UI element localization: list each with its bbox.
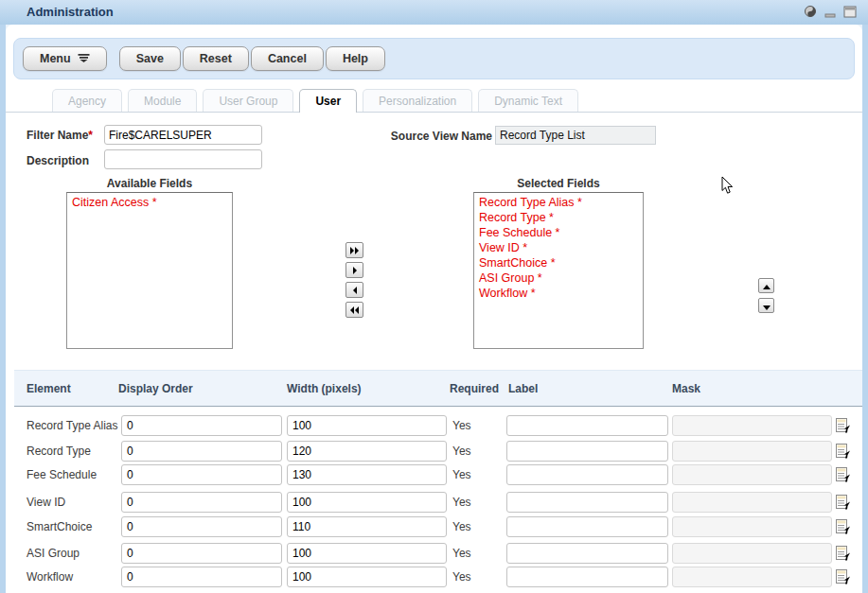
- width-input[interactable]: [287, 464, 447, 485]
- display-order-input[interactable]: [121, 464, 282, 485]
- mask-input: [672, 441, 832, 462]
- window-status-icon[interactable]: [804, 5, 817, 22]
- display-order-input[interactable]: [121, 516, 282, 537]
- col-header-label: Label: [508, 371, 538, 407]
- table-row: Fee Schedule Yes: [14, 462, 862, 487]
- maximize-icon[interactable]: [843, 5, 857, 22]
- mask-editor-icon[interactable]: [835, 443, 851, 459]
- reset-button[interactable]: Reset: [183, 46, 249, 71]
- window-border-right: [862, 25, 868, 593]
- list-item[interactable]: Workflow *: [474, 286, 643, 301]
- window-controls: [804, 5, 857, 22]
- mask-editor-icon[interactable]: [835, 518, 851, 534]
- tab-personalization[interactable]: Personalization: [363, 89, 472, 112]
- col-header-required: Required: [450, 371, 499, 407]
- tab-agency[interactable]: Agency: [52, 89, 122, 112]
- filter-name-input[interactable]: [104, 125, 262, 145]
- required-value: Yes: [452, 490, 471, 515]
- list-item[interactable]: Fee Schedule *: [474, 225, 643, 240]
- label-input[interactable]: [506, 415, 668, 436]
- cancel-button[interactable]: Cancel: [251, 46, 324, 71]
- tab-module[interactable]: Module: [128, 89, 197, 112]
- label-input[interactable]: [506, 441, 668, 462]
- col-header-element: Element: [27, 371, 71, 407]
- label-input[interactable]: [506, 543, 668, 564]
- required-asterisk: *: [88, 129, 93, 142]
- table-header: Element Display Order Width (pixels) Req…: [14, 370, 862, 407]
- mask-editor-icon[interactable]: [835, 466, 851, 482]
- mask-input: [672, 567, 832, 587]
- display-order-input[interactable]: [121, 492, 282, 513]
- list-item[interactable]: SmartChoice *: [474, 255, 643, 270]
- element-label: View ID: [27, 490, 65, 515]
- menu-button[interactable]: Menu: [23, 46, 107, 71]
- move-right-button[interactable]: [345, 262, 363, 278]
- move-up-button[interactable]: [758, 278, 774, 293]
- tab-user[interactable]: User: [299, 89, 357, 113]
- selected-fields-listbox[interactable]: Record Type Alias * Record Type * Fee Sc…: [473, 192, 644, 349]
- table-row: ASI Group Yes: [14, 541, 862, 566]
- left-arrow-icon: [352, 283, 358, 297]
- move-left-button[interactable]: [345, 282, 363, 298]
- element-label: Record Type Alias: [27, 413, 118, 438]
- minimize-icon[interactable]: [824, 5, 836, 22]
- menu-button-label: Menu: [40, 52, 71, 65]
- tab-dynamic-text[interactable]: Dynamic Text: [478, 89, 578, 112]
- width-input[interactable]: [287, 543, 447, 564]
- list-item[interactable]: ASI Group *: [474, 270, 643, 286]
- mask-input: [672, 543, 832, 564]
- width-input[interactable]: [287, 516, 447, 537]
- label-input[interactable]: [506, 464, 668, 485]
- width-input[interactable]: [287, 492, 447, 513]
- list-item[interactable]: View ID *: [474, 240, 643, 255]
- available-fields-listbox[interactable]: Citizen Access *: [66, 192, 233, 349]
- col-header-width: Width (pixels): [287, 371, 362, 407]
- table-row: Record Type Alias Yes: [14, 413, 862, 438]
- available-fields-label: Available Fields: [66, 177, 233, 190]
- mask-editor-icon[interactable]: [835, 494, 851, 510]
- titlebar: Administration: [0, 0, 868, 25]
- description-label: Description: [27, 154, 89, 167]
- toolbar: Menu Save Reset Cancel Help: [13, 38, 855, 79]
- width-input[interactable]: [287, 415, 447, 436]
- list-item[interactable]: Record Type Alias *: [474, 195, 643, 210]
- help-button[interactable]: Help: [326, 46, 385, 71]
- up-arrow-icon: [763, 279, 771, 293]
- mask-input: [672, 415, 832, 436]
- display-order-input[interactable]: [121, 415, 282, 436]
- display-order-input[interactable]: [121, 441, 282, 462]
- element-label: SmartChoice: [27, 515, 92, 539]
- down-arrow-icon: [763, 299, 771, 313]
- element-label: ASI Group: [27, 541, 80, 566]
- element-label: Fee Schedule: [27, 462, 97, 487]
- move-all-right-button[interactable]: [345, 242, 363, 258]
- mask-editor-icon[interactable]: [835, 568, 851, 584]
- tab-bar: Agency Module User Group User Personaliz…: [52, 89, 578, 113]
- source-view-name-field: Record Type List: [495, 126, 656, 145]
- mask-input: [672, 464, 832, 485]
- table-row: Record Type Yes: [14, 439, 862, 463]
- label-input[interactable]: [506, 567, 668, 587]
- right-arrow-icon: [352, 263, 358, 277]
- width-input[interactable]: [287, 567, 447, 587]
- element-label: Record Type: [27, 439, 91, 463]
- required-value: Yes: [452, 462, 471, 487]
- move-down-button[interactable]: [758, 298, 774, 313]
- display-order-input[interactable]: [121, 567, 282, 587]
- list-item[interactable]: Record Type *: [474, 210, 643, 225]
- list-item[interactable]: Citizen Access *: [67, 195, 232, 210]
- table-row: Workflow Yes: [14, 565, 862, 589]
- description-input[interactable]: [104, 149, 262, 169]
- required-value: Yes: [452, 565, 471, 589]
- label-input[interactable]: [506, 492, 668, 513]
- save-button[interactable]: Save: [119, 46, 181, 71]
- required-value: Yes: [452, 413, 471, 438]
- width-input[interactable]: [287, 441, 447, 462]
- label-input[interactable]: [506, 516, 668, 537]
- double-left-arrow-icon: [349, 303, 360, 317]
- tab-user-group[interactable]: User Group: [203, 89, 293, 112]
- mask-editor-icon[interactable]: [835, 417, 851, 433]
- move-all-left-button[interactable]: [345, 302, 363, 318]
- display-order-input[interactable]: [121, 543, 282, 564]
- mask-editor-icon[interactable]: [835, 545, 851, 561]
